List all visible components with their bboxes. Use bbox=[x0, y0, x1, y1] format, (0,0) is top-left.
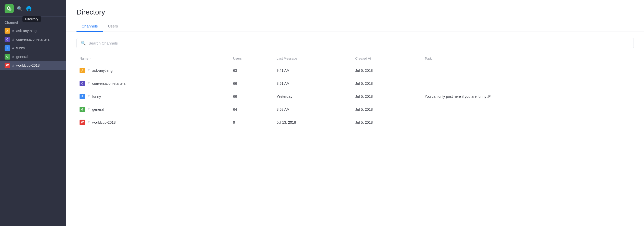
row-users-conversation-starters: 66 bbox=[230, 77, 274, 90]
row-hash-ask-anything: # bbox=[88, 68, 90, 73]
row-last-message-general: 8:58 AM bbox=[274, 103, 352, 116]
search-input[interactable] bbox=[88, 41, 629, 45]
globe-icon[interactable]: 🌐 bbox=[26, 6, 32, 11]
search-icon[interactable]: 🔍 bbox=[17, 6, 22, 11]
channel-avatar-ask-anything: A bbox=[5, 28, 10, 34]
row-users-funny: 66 bbox=[230, 90, 274, 103]
col-header-name[interactable]: Name ↑ bbox=[76, 54, 230, 64]
hash-icon-general: # bbox=[12, 55, 14, 59]
sort-icon-name: ↑ bbox=[89, 57, 92, 60]
row-last-message-conversation-starters: 8:51 AM bbox=[274, 77, 352, 90]
row-users-worldcup-2018: 9 bbox=[230, 116, 274, 129]
row-last-message-ask-anything: 9:41 AM bbox=[274, 64, 352, 77]
row-hash-funny: # bbox=[88, 94, 90, 98]
col-header-topic: Topic bbox=[422, 54, 634, 64]
sidebar-items: A # ask-anything C # conversation-starte… bbox=[0, 26, 66, 70]
sidebar-item-conversation-starters[interactable]: C # conversation-starters bbox=[0, 35, 66, 44]
sidebar-header: 🔍 🌐 bbox=[0, 0, 66, 17]
sidebar: 🔍 🌐 Directory Channel A # ask-anything C… bbox=[0, 0, 66, 226]
row-topic-worldcup-2018 bbox=[422, 116, 634, 129]
col-header-users: Users bbox=[230, 54, 274, 64]
hash-icon-worldcup-2018: # bbox=[12, 63, 14, 67]
channel-name-cell-worldcup-2018: W # worldcup-2018 bbox=[76, 116, 230, 129]
row-hash-conversation-starters: # bbox=[88, 81, 90, 86]
channel-name-cell-conversation-starters: C # conversation-starters bbox=[76, 77, 230, 90]
sidebar-item-label-conversation-starters: conversation-starters bbox=[16, 37, 50, 41]
sidebar-item-label-worldcup-2018: worldcup-2018 bbox=[16, 63, 40, 67]
page-title: Directory bbox=[66, 0, 644, 21]
channels-table: Name ↑UsersLast MessageCreated AtTopic A… bbox=[76, 54, 634, 129]
channel-name-cell-funny: F # funny bbox=[76, 90, 230, 103]
table-row[interactable]: G # general 648:58 AMJul 5, 2018 bbox=[76, 103, 634, 116]
sidebar-item-ask-anything[interactable]: A # ask-anything bbox=[0, 26, 66, 35]
row-created-at-general: Jul 5, 2018 bbox=[352, 103, 422, 116]
row-hash-worldcup-2018: # bbox=[88, 120, 90, 124]
channel-name-cell-general: G # general bbox=[76, 103, 230, 116]
hash-icon-funny: # bbox=[12, 46, 14, 50]
row-topic-ask-anything bbox=[422, 64, 634, 77]
row-last-message-worldcup-2018: Jul 13, 2018 bbox=[274, 116, 352, 129]
tab-channels[interactable]: Channels bbox=[76, 21, 103, 32]
row-name-general: general bbox=[92, 107, 104, 111]
row-created-at-conversation-starters: Jul 5, 2018 bbox=[352, 77, 422, 90]
tabs-bar: ChannelsUsers bbox=[66, 21, 644, 32]
row-avatar-general: G bbox=[80, 107, 85, 112]
row-avatar-worldcup-2018: W bbox=[80, 120, 85, 125]
row-avatar-funny: F bbox=[80, 94, 85, 99]
sidebar-item-funny[interactable]: F # funny bbox=[0, 44, 66, 52]
channel-avatar-worldcup-2018: W bbox=[5, 63, 10, 68]
sidebar-icons: 🔍 🌐 bbox=[17, 6, 32, 11]
col-header-created_at: Created At bbox=[352, 54, 422, 64]
channel-avatar-conversation-starters: C bbox=[5, 37, 10, 42]
row-created-at-worldcup-2018: Jul 5, 2018 bbox=[352, 116, 422, 129]
row-users-general: 64 bbox=[230, 103, 274, 116]
row-topic-conversation-starters bbox=[422, 77, 634, 90]
sidebar-item-label-general: general bbox=[16, 55, 28, 59]
hash-icon-conversation-starters: # bbox=[12, 37, 14, 41]
directory-tooltip: Directory bbox=[22, 16, 41, 22]
channel-avatar-funny: F bbox=[5, 45, 10, 51]
sidebar-item-label-ask-anything: ask-anything bbox=[16, 29, 36, 33]
col-header-last_message: Last Message bbox=[274, 54, 352, 64]
row-name-conversation-starters: conversation-starters bbox=[92, 81, 126, 86]
search-bar[interactable]: 🔍 bbox=[76, 38, 634, 48]
row-name-funny: funny bbox=[92, 94, 101, 98]
table-row[interactable]: C # conversation-starters 668:51 AMJul 5… bbox=[76, 77, 634, 90]
row-topic-general bbox=[422, 103, 634, 116]
channel-avatar-general: G bbox=[5, 54, 10, 60]
row-created-at-ask-anything: Jul 5, 2018 bbox=[352, 64, 422, 77]
hash-icon-ask-anything: # bbox=[12, 29, 14, 33]
row-hash-general: # bbox=[88, 107, 90, 111]
search-bar-icon: 🔍 bbox=[81, 41, 86, 46]
svg-point-2 bbox=[8, 7, 9, 9]
row-last-message-funny: Yesterday bbox=[274, 90, 352, 103]
channel-name-cell-ask-anything: A # ask-anything bbox=[76, 64, 230, 77]
row-avatar-ask-anything: A bbox=[80, 68, 85, 73]
sidebar-item-label-funny: funny bbox=[16, 46, 25, 50]
svg-point-1 bbox=[9, 8, 11, 11]
row-topic-funny: You can only post here if you are funny … bbox=[422, 90, 634, 103]
row-name-ask-anything: ask-anything bbox=[92, 68, 112, 73]
tab-users[interactable]: Users bbox=[103, 21, 123, 32]
table-row[interactable]: F # funny 66YesterdayJul 5, 2018You can … bbox=[76, 90, 634, 103]
table-row[interactable]: W # worldcup-2018 9Jul 13, 2018Jul 5, 20… bbox=[76, 116, 634, 129]
row-created-at-funny: Jul 5, 2018 bbox=[352, 90, 422, 103]
content-area: 🔍 Name ↑UsersLast MessageCreated AtTopic… bbox=[66, 32, 644, 226]
row-name-worldcup-2018: worldcup-2018 bbox=[92, 120, 116, 124]
main-content: Directory ChannelsUsers 🔍 Name ↑UsersLas… bbox=[66, 0, 644, 226]
row-users-ask-anything: 63 bbox=[230, 64, 274, 77]
app-logo bbox=[5, 4, 14, 13]
sidebar-item-worldcup-2018[interactable]: W # worldcup-2018 bbox=[0, 61, 66, 70]
row-avatar-conversation-starters: C bbox=[80, 81, 85, 86]
table-row[interactable]: A # ask-anything 639:41 AMJul 5, 2018 bbox=[76, 64, 634, 77]
sidebar-item-general[interactable]: G # general bbox=[0, 52, 66, 61]
